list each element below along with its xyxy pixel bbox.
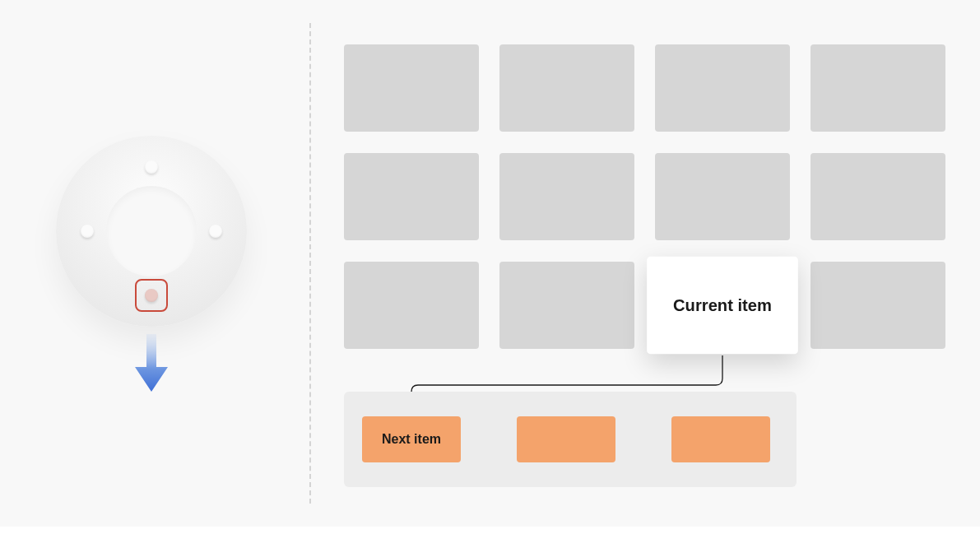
dpad-ring [56, 136, 247, 327]
grid-tile[interactable] [499, 44, 634, 132]
next-item-tile[interactable] [671, 416, 770, 462]
dpad-up-button[interactable] [145, 160, 158, 174]
next-row-container: Next item [344, 392, 797, 487]
next-item-tile[interactable]: Next item [362, 416, 461, 462]
next-item-tile[interactable] [517, 416, 615, 462]
grid-tile[interactable] [344, 262, 479, 349]
diagram-viewport: Current item Next item [0, 0, 980, 527]
grid-tile[interactable] [655, 153, 790, 240]
dpad-control[interactable] [56, 136, 247, 327]
dpad-down-button[interactable] [145, 289, 158, 302]
content-grid: Current item [344, 44, 946, 349]
grid-tile[interactable] [810, 153, 945, 240]
grid-tile[interactable] [810, 44, 945, 132]
grid-tile[interactable] [499, 153, 634, 240]
dpad-right-button[interactable] [209, 225, 222, 238]
grid-tile[interactable] [344, 44, 479, 132]
dpad-center-hole [106, 186, 197, 276]
dpad-left-button[interactable] [81, 225, 94, 238]
vertical-divider [309, 23, 311, 504]
grid-tile[interactable] [655, 44, 790, 132]
current-item-tile[interactable]: Current item [647, 257, 798, 355]
grid-tile[interactable] [810, 262, 945, 349]
grid-tile[interactable] [499, 262, 634, 349]
grid-tile[interactable] [344, 153, 479, 240]
next-item-label: Next item [382, 432, 441, 447]
arrow-down-icon [132, 334, 171, 393]
current-item-label: Current item [673, 295, 772, 315]
